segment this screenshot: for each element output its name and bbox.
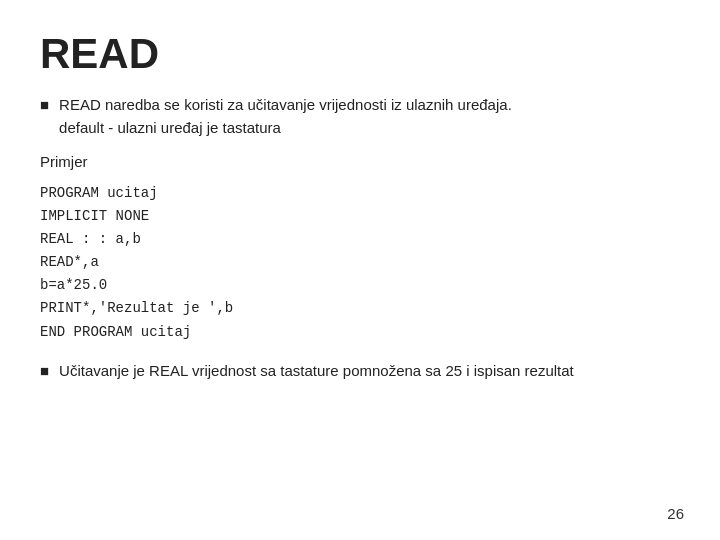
- bullet-icon-1: ■: [40, 96, 49, 113]
- code-line-5: b=a*25.0: [40, 274, 680, 297]
- code-line-6: PRINT*,'Rezultat je ',b: [40, 297, 680, 320]
- code-line-1: PROGRAM ucitaj: [40, 182, 680, 205]
- bullet-icon-2: ■: [40, 362, 49, 379]
- page-number: 26: [667, 505, 684, 522]
- bullet-item-2: ■ Učitavanje je REAL vrijednost sa tasta…: [40, 360, 680, 383]
- page-title: READ: [40, 30, 680, 78]
- code-block: PROGRAM ucitaj IMPLICIT NONE REAL : : a,…: [40, 182, 680, 344]
- code-line-2: IMPLICIT NONE: [40, 205, 680, 228]
- code-line-3: REAL : : a,b: [40, 228, 680, 251]
- bullet-text-2: Učitavanje je REAL vrijednost sa tastatu…: [59, 360, 574, 383]
- page: READ ■ READ naredba se koristi za učitav…: [0, 0, 720, 540]
- code-line-7: END PROGRAM ucitaj: [40, 321, 680, 344]
- bullet-item-1: ■ READ naredba se koristi za učitavanje …: [40, 94, 680, 139]
- bullet-text-1-line1: READ naredba se koristi za učitavanje vr…: [59, 94, 512, 117]
- section-label: Primjer: [40, 153, 680, 170]
- bullet-text-1-line2: default - ulazni uređaj je tastatura: [59, 117, 512, 140]
- code-line-4: READ*,a: [40, 251, 680, 274]
